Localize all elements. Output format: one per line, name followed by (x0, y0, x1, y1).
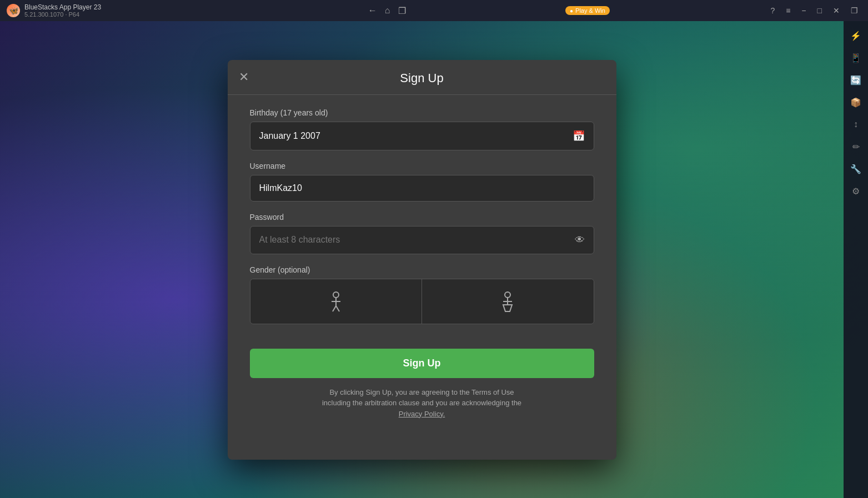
sidebar-icon-8[interactable]: ⚙ (846, 181, 866, 201)
username-input-wrapper (250, 175, 594, 202)
app-version: 5.21.300.1070 · P64 (24, 11, 101, 18)
svg-line-4 (336, 306, 339, 311)
password-field-group: Password 👁 (250, 213, 594, 254)
titlebar-nav: ← ⌂ ❐ (359, 6, 415, 16)
terms-text: By clicking Sign Up, you are agreeing to… (250, 387, 594, 420)
titlebar-center: ● Play & Win (415, 6, 761, 15)
password-input-wrapper: 👁 (250, 226, 594, 254)
privacy-policy-link[interactable]: Privacy Policy. (399, 410, 445, 418)
main-area: ✕ Sign Up Birthday (17 years old) Januar… (0, 21, 844, 498)
sidebar-icon-4[interactable]: 📦 (846, 92, 866, 112)
modal-title: Sign Up (400, 71, 443, 85)
sidebar-icon-3[interactable]: 🔄 (846, 70, 866, 90)
titlebar-controls: ? ≡ − □ ✕ ❐ (760, 5, 868, 16)
modal-header: ✕ Sign Up (228, 60, 616, 95)
svg-point-5 (505, 292, 510, 298)
svg-line-3 (333, 306, 336, 311)
sidebar-icon-5[interactable]: ↕ (846, 114, 866, 134)
password-toggle-icon[interactable]: 👁 (575, 234, 585, 246)
play-win-badge[interactable]: ● Play & Win (565, 6, 610, 15)
birthday-value: January 1 2007 (259, 131, 320, 141)
gender-male-button[interactable] (250, 279, 423, 324)
sidebar-icon-1[interactable]: ⚡ (846, 26, 866, 46)
calendar-icon: 📅 (573, 130, 585, 142)
username-input[interactable] (259, 183, 585, 193)
modal-body: Birthday (17 years old) January 1 2007 📅… (228, 95, 616, 349)
gender-label: Gender (optional) (250, 265, 594, 274)
birthday-label: Birthday (17 years old) (250, 108, 594, 117)
username-label: Username (250, 162, 594, 170)
menu-button[interactable]: ≡ (782, 5, 794, 16)
birthday-input[interactable]: January 1 2007 📅 (250, 122, 594, 150)
app-logo: 🦋 (7, 4, 20, 17)
titlebar: 🦋 BlueStacks App Player 23 5.21.300.1070… (0, 0, 868, 21)
restore-button[interactable]: ❐ (847, 5, 861, 16)
signup-modal: ✕ Sign Up Birthday (17 years old) Januar… (228, 60, 616, 460)
close-button[interactable]: ✕ (830, 5, 843, 16)
maximize-button[interactable]: □ (814, 5, 825, 16)
minimize-button[interactable]: − (798, 5, 809, 16)
svg-point-0 (333, 292, 339, 298)
app-name: BlueStacks App Player 23 (24, 3, 101, 11)
copy-button[interactable]: ❐ (398, 6, 406, 16)
birthday-field-group: Birthday (17 years old) January 1 2007 📅 (250, 108, 594, 150)
back-button[interactable]: ← (368, 6, 377, 16)
modal-close-button[interactable]: ✕ (239, 71, 249, 83)
sidebar-icon-7[interactable]: 🔧 (846, 159, 866, 179)
sidebar-icon-6[interactable]: ✏ (846, 137, 866, 157)
sidebar-icon-2[interactable]: 📱 (846, 48, 866, 68)
right-sidebar: ⚡ 📱 🔄 📦 ↕ ✏ 🔧 ⚙ (844, 21, 868, 498)
gender-field-group: Gender (optional) (250, 265, 594, 324)
modal-footer: Sign Up By clicking Sign Up, you are agr… (228, 349, 616, 425)
gender-options (250, 279, 594, 324)
home-button[interactable]: ⌂ (385, 6, 390, 16)
password-label: Password (250, 213, 594, 222)
password-input[interactable] (259, 235, 575, 245)
username-field-group: Username (250, 162, 594, 202)
gender-female-button[interactable] (422, 279, 594, 324)
help-button[interactable]: ? (767, 5, 778, 16)
signup-button[interactable]: Sign Up (250, 349, 594, 378)
